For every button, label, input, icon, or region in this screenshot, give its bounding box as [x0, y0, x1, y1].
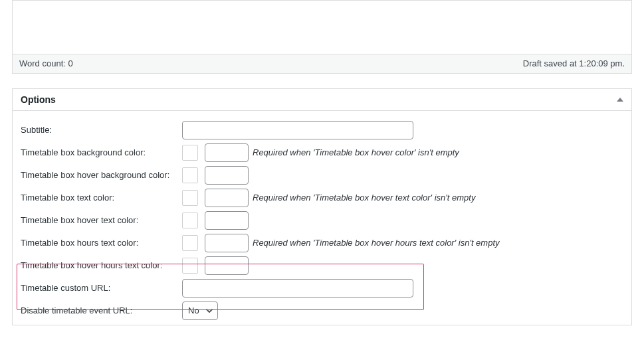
bg-color-hint: Required when 'Timetable box hover color… [253, 147, 459, 157]
text-color-swatch[interactable] [182, 190, 198, 206]
hours-text-row: Timetable box hours text color: Required… [21, 232, 623, 254]
disable-url-row: Disable timetable event URL: No [21, 300, 623, 322]
subtitle-row: Subtitle: [21, 119, 623, 141]
hover-hours-swatch[interactable] [182, 258, 198, 274]
hours-text-label: Timetable box hours text color: [21, 238, 182, 248]
text-color-input[interactable] [205, 189, 249, 207]
custom-url-row: Timetable custom URL: [21, 277, 623, 300]
bg-color-swatch[interactable] [182, 145, 198, 161]
hover-hours-label: Timetable box hover hours text color: [21, 260, 182, 270]
hover-hours-row: Timetable box hover hours text color: [21, 254, 623, 277]
bg-color-row: Timetable box background color: Required… [21, 141, 623, 164]
editor-status-bar: Word count: 0 Draft saved at 1:20:09 pm. [13, 54, 631, 73]
bg-color-label: Timetable box background color: [21, 147, 182, 157]
hours-text-swatch[interactable] [182, 235, 198, 251]
disable-url-label: Disable timetable event URL: [21, 305, 182, 315]
draft-saved-label: Draft saved at 1:20:09 pm. [523, 57, 625, 70]
hours-text-input[interactable] [205, 234, 249, 252]
hover-text-input[interactable] [205, 211, 249, 230]
hover-bg-label: Timetable box hover background color: [21, 170, 182, 180]
bg-color-input[interactable] [205, 143, 249, 162]
hover-hours-input[interactable] [205, 256, 249, 275]
text-color-label: Timetable box text color: [21, 193, 182, 203]
collapse-icon[interactable] [617, 98, 623, 102]
editor-metabox: Word count: 0 Draft saved at 1:20:09 pm. [12, 0, 632, 74]
custom-url-label: Timetable custom URL: [21, 283, 182, 293]
options-title: Options [21, 94, 56, 105]
hover-bg-input[interactable] [205, 166, 249, 185]
hover-bg-swatch[interactable] [182, 167, 198, 183]
disable-url-select[interactable]: No [182, 301, 218, 320]
custom-url-input[interactable] [182, 279, 413, 298]
options-body: Subtitle: Timetable box background color… [13, 111, 631, 325]
subtitle-input[interactable] [182, 121, 413, 139]
text-color-hint: Required when 'Timetable box hover text … [253, 193, 475, 203]
hover-text-row: Timetable box hover text color: [21, 209, 623, 232]
subtitle-label: Subtitle: [21, 125, 182, 135]
editor-content-area[interactable] [13, 1, 631, 54]
word-count-label: Word count: 0 [19, 57, 73, 70]
hover-bg-row: Timetable box hover background color: [21, 164, 623, 187]
text-color-row: Timetable box text color: Required when … [21, 187, 623, 209]
options-header[interactable]: Options [13, 89, 631, 111]
options-metabox: Options Subtitle: Timetable box backgrou… [12, 88, 632, 325]
hours-text-hint: Required when 'Timetable box hover hours… [253, 238, 500, 248]
hover-text-label: Timetable box hover text color: [21, 215, 182, 225]
hover-text-swatch[interactable] [182, 213, 198, 228]
